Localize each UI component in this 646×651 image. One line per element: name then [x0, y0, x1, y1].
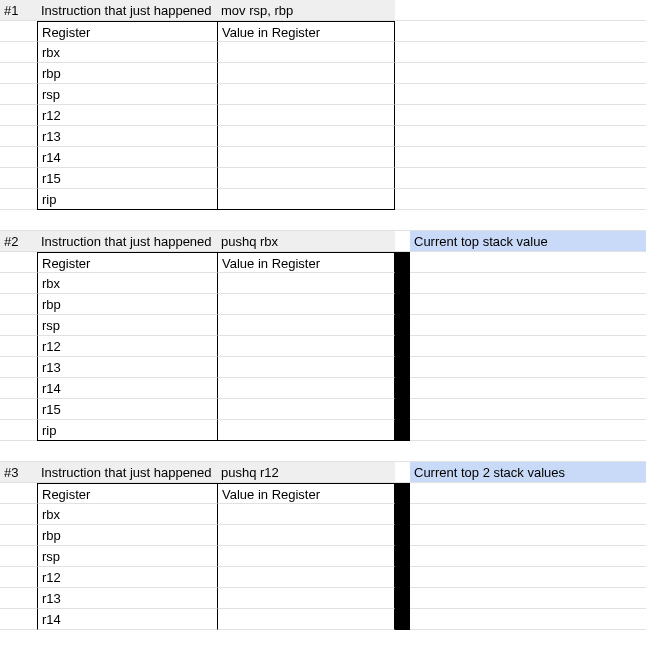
stack-cell[interactable] [410, 189, 646, 210]
stack-cell[interactable] [410, 105, 646, 126]
stack-cell[interactable] [410, 21, 646, 42]
row-label-empty [0, 504, 37, 525]
spacer [395, 252, 410, 273]
register-name: r15 [37, 168, 217, 189]
stack-cell[interactable] [410, 315, 646, 336]
stack-cell[interactable] [410, 336, 646, 357]
register-value[interactable] [217, 357, 395, 378]
stack-cell[interactable] [410, 609, 646, 630]
stack-header: Current top 2 stack values [410, 462, 646, 483]
stack-cell[interactable] [410, 294, 646, 315]
register-value[interactable] [217, 567, 395, 588]
spacer [395, 357, 410, 378]
instruction-value: pushq rbx [217, 231, 395, 252]
register-value[interactable] [217, 609, 395, 630]
register-value[interactable] [217, 504, 395, 525]
register-name: r15 [37, 399, 217, 420]
stack-cell[interactable] [410, 567, 646, 588]
spacer [395, 525, 410, 546]
register-value[interactable] [217, 378, 395, 399]
row-label-empty [0, 336, 37, 357]
spacer [395, 168, 410, 189]
stack-cell[interactable] [410, 420, 646, 441]
stack-cell[interactable] [410, 252, 646, 273]
stack-cell[interactable] [410, 273, 646, 294]
register-value[interactable] [217, 189, 395, 210]
stack-cell[interactable] [410, 147, 646, 168]
stack-cell[interactable] [410, 378, 646, 399]
register-value[interactable] [217, 546, 395, 567]
stack-cell[interactable] [410, 84, 646, 105]
separator [0, 210, 37, 231]
register-value[interactable] [217, 336, 395, 357]
register-value[interactable] [217, 63, 395, 84]
stack-cell[interactable] [410, 168, 646, 189]
spacer [395, 567, 410, 588]
spacer [395, 189, 410, 210]
spacer [395, 231, 410, 252]
separator [395, 210, 410, 231]
register-name: r13 [37, 357, 217, 378]
row-label-empty [0, 294, 37, 315]
row-label-empty [0, 147, 37, 168]
separator [37, 210, 217, 231]
row-label-empty [0, 84, 37, 105]
block-id: #1 [0, 0, 37, 21]
row-label-empty [0, 63, 37, 84]
stack-cell[interactable] [410, 525, 646, 546]
row-label-empty [0, 588, 37, 609]
separator [217, 441, 395, 462]
row-label-empty [0, 378, 37, 399]
instruction-value: pushq r12 [217, 462, 395, 483]
register-name: r14 [37, 147, 217, 168]
register-value[interactable] [217, 126, 395, 147]
register-value[interactable] [217, 105, 395, 126]
register-value[interactable] [217, 147, 395, 168]
register-name: rsp [37, 84, 217, 105]
row-label-empty [0, 42, 37, 63]
spacer [395, 546, 410, 567]
worksheet-grid: #1Instruction that just happenedmov rsp,… [0, 0, 646, 630]
register-name: rbp [37, 294, 217, 315]
register-col-header: Register [37, 483, 217, 504]
spacer [395, 147, 410, 168]
spacer [395, 0, 410, 21]
value-col-header: Value in Register [217, 252, 395, 273]
register-value[interactable] [217, 273, 395, 294]
register-value[interactable] [217, 588, 395, 609]
spacer [395, 609, 410, 630]
stack-cell[interactable] [410, 504, 646, 525]
spacer [395, 504, 410, 525]
register-value[interactable] [217, 525, 395, 546]
spacer [395, 126, 410, 147]
row-label-empty [0, 252, 37, 273]
spacer [395, 399, 410, 420]
stack-cell[interactable] [410, 546, 646, 567]
register-value[interactable] [217, 168, 395, 189]
register-value[interactable] [217, 42, 395, 63]
register-name: r13 [37, 126, 217, 147]
register-value[interactable] [217, 294, 395, 315]
spacer [395, 63, 410, 84]
row-label-empty [0, 525, 37, 546]
stack-cell[interactable] [410, 399, 646, 420]
stack-cell[interactable] [410, 63, 646, 84]
register-value[interactable] [217, 420, 395, 441]
instruction-value: mov rsp, rbp [217, 0, 395, 21]
stack-cell[interactable] [410, 588, 646, 609]
register-value[interactable] [217, 84, 395, 105]
register-value[interactable] [217, 399, 395, 420]
register-name: rsp [37, 546, 217, 567]
value-col-header: Value in Register [217, 21, 395, 42]
stack-cell[interactable] [410, 42, 646, 63]
stack-cell[interactable] [410, 126, 646, 147]
separator [37, 441, 217, 462]
spacer [395, 588, 410, 609]
value-col-header: Value in Register [217, 483, 395, 504]
register-value[interactable] [217, 315, 395, 336]
stack-cell[interactable] [410, 483, 646, 504]
row-label-empty [0, 609, 37, 630]
stack-cell[interactable] [410, 357, 646, 378]
stack-header: Current top stack value [410, 231, 646, 252]
register-name: r14 [37, 609, 217, 630]
